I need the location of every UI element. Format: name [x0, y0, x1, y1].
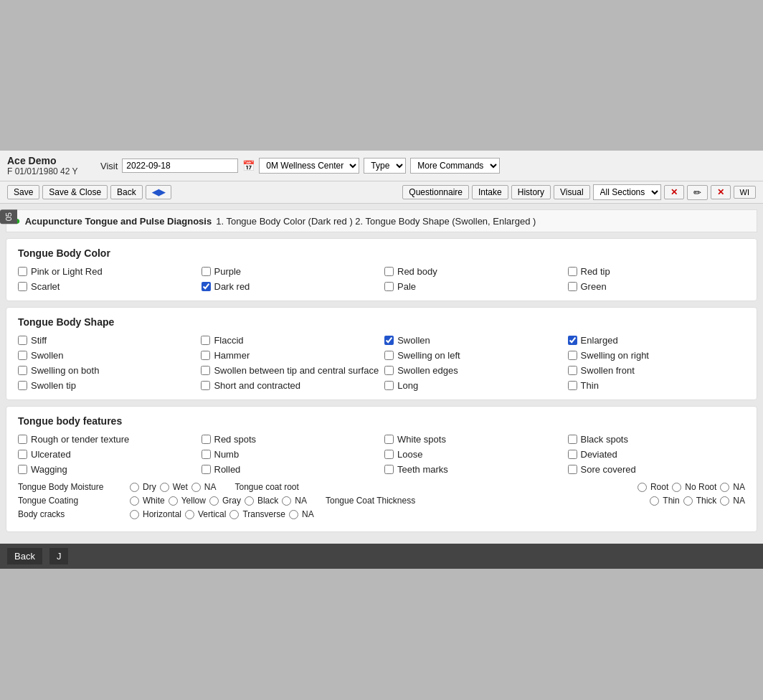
color-red-tip[interactable]: Red tip [568, 266, 746, 277]
cracks-na-radio[interactable] [289, 510, 298, 519]
feat-black-spots[interactable]: Black spots [568, 434, 746, 445]
shape-thin[interactable]: Thin [568, 380, 745, 391]
coat-root-root-radio[interactable] [638, 483, 647, 492]
all-sections-select[interactable]: All Sections [593, 184, 661, 200]
coat-root-na-radio[interactable] [720, 483, 729, 492]
feat-ulcerated-checkbox[interactable] [18, 450, 27, 459]
coating-gray-radio[interactable] [209, 496, 219, 506]
cracks-vertical-radio[interactable] [185, 510, 194, 519]
feat-deviated[interactable]: Deviated [568, 449, 746, 460]
feat-rolled[interactable]: Rolled [202, 464, 379, 475]
coat-root-noroot-radio[interactable] [672, 483, 681, 492]
shape-swollen-checkbox[interactable] [384, 336, 394, 345]
shape-long[interactable]: Long [384, 380, 561, 391]
coating-yellow-radio[interactable] [169, 496, 178, 506]
edit-button[interactable]: ✏ [687, 185, 708, 200]
shape-enlarged[interactable]: Enlarged [568, 335, 745, 346]
moisture-dry-radio[interactable] [130, 483, 139, 492]
shape-swelling-right-checkbox[interactable] [568, 351, 577, 360]
feat-rough-tender[interactable]: Rough or tender texture [18, 434, 196, 445]
feat-numb-checkbox[interactable] [202, 450, 211, 459]
bottom-j-button[interactable]: J [49, 548, 69, 564]
color-scarlet-checkbox[interactable] [18, 282, 27, 291]
shape-swelling-left[interactable]: Swelling on left [384, 350, 561, 361]
color-pink[interactable]: Pink or Light Red [18, 266, 196, 277]
feat-loose-checkbox[interactable] [384, 450, 394, 459]
coating-white-radio[interactable] [130, 496, 139, 506]
color-green-checkbox[interactable] [568, 282, 577, 291]
color-purple-checkbox[interactable] [202, 267, 211, 276]
feat-red-spots[interactable]: Red spots [202, 434, 379, 445]
shape-swollen2-checkbox[interactable] [18, 351, 27, 360]
bottom-back-button[interactable]: Back [7, 548, 42, 564]
side-tab[interactable]: 05 [0, 209, 17, 224]
shape-swelling-left-checkbox[interactable] [384, 351, 394, 360]
coating-na-radio[interactable] [282, 496, 291, 506]
intake-button[interactable]: Intake [472, 185, 508, 199]
more-commands-select[interactable]: More Commands [410, 158, 500, 174]
shape-swollen-between-checkbox[interactable] [201, 366, 210, 375]
shape-flaccid[interactable]: Flaccid [201, 335, 379, 346]
cracks-horizontal-radio[interactable] [130, 510, 139, 519]
feat-wagging[interactable]: Wagging [18, 464, 196, 475]
shape-hammer-checkbox[interactable] [201, 351, 210, 360]
shape-swollen2[interactable]: Swollen [18, 350, 195, 361]
clinic-select[interactable]: 0M Wellness Center [259, 158, 359, 174]
color-green[interactable]: Green [568, 281, 746, 292]
feat-sore-covered-checkbox[interactable] [568, 465, 577, 474]
shape-stiff[interactable]: Stiff [18, 335, 195, 346]
shape-short-contracted-checkbox[interactable] [201, 381, 210, 390]
feat-teeth-marks[interactable]: Teeth marks [384, 464, 562, 475]
save-close-button[interactable]: Save & Close [42, 185, 108, 199]
wi-button[interactable]: WI [734, 186, 756, 199]
history-button[interactable]: History [511, 185, 551, 199]
feat-white-spots-checkbox[interactable] [384, 435, 394, 444]
shape-swollen-tip[interactable]: Swollen tip [18, 380, 195, 391]
color-dark-red-checkbox[interactable] [202, 282, 211, 291]
nav-icon-button[interactable]: ◀▶ [146, 185, 171, 199]
shape-swollen-edges-checkbox[interactable] [384, 366, 394, 375]
shape-swollen-between[interactable]: Swollen between tip and central surface [201, 365, 379, 376]
color-red-tip-checkbox[interactable] [568, 267, 577, 276]
shape-stiff-checkbox[interactable] [18, 336, 27, 345]
coat-thickness-na-radio[interactable] [720, 496, 729, 506]
shape-enlarged-checkbox[interactable] [568, 336, 577, 345]
color-pale[interactable]: Pale [384, 281, 562, 292]
color-scarlet[interactable]: Scarlet [18, 281, 196, 292]
shape-short-contracted[interactable]: Short and contracted [201, 380, 379, 391]
shape-flaccid-checkbox[interactable] [201, 336, 210, 345]
feat-loose[interactable]: Loose [384, 449, 562, 460]
color-red-body[interactable]: Red body [384, 266, 562, 277]
color-dark-red[interactable]: Dark red [202, 281, 379, 292]
coat-thickness-thick-radio[interactable] [683, 496, 693, 506]
calendar-icon[interactable]: 📅 [242, 160, 255, 171]
shape-thin-checkbox[interactable] [568, 381, 577, 390]
color-red-body-checkbox[interactable] [384, 267, 394, 276]
type-select[interactable]: Type [364, 158, 406, 174]
feat-rough-tender-checkbox[interactable] [18, 435, 27, 444]
color-pink-checkbox[interactable] [18, 267, 27, 276]
cracks-transverse-radio[interactable] [229, 510, 239, 519]
feat-rolled-checkbox[interactable] [202, 465, 211, 474]
shape-swollen-front-checkbox[interactable] [568, 366, 577, 375]
visit-date-input[interactable] [122, 159, 238, 173]
visual-button[interactable]: Visual [554, 185, 589, 199]
feat-ulcerated[interactable]: Ulcerated [18, 449, 196, 460]
shape-swollen-edges[interactable]: Swollen edges [384, 365, 561, 376]
coating-black-radio[interactable] [245, 496, 254, 506]
shape-long-checkbox[interactable] [384, 381, 394, 390]
clear-button[interactable]: ✕ [664, 185, 684, 199]
feat-red-spots-checkbox[interactable] [202, 435, 211, 444]
moisture-wet-radio[interactable] [160, 483, 169, 492]
color-purple[interactable]: Purple [202, 266, 379, 277]
coat-thickness-thin-radio[interactable] [650, 496, 659, 506]
feat-white-spots[interactable]: White spots [384, 434, 562, 445]
feat-teeth-marks-checkbox[interactable] [384, 465, 394, 474]
shape-swollen-tip-checkbox[interactable] [18, 381, 27, 390]
shape-hammer[interactable]: Hammer [201, 350, 379, 361]
shape-swelling-both-checkbox[interactable] [18, 366, 27, 375]
color-pale-checkbox[interactable] [384, 282, 394, 291]
feat-deviated-checkbox[interactable] [568, 450, 577, 459]
shape-swelling-right[interactable]: Swelling on right [568, 350, 745, 361]
save-button[interactable]: Save [7, 185, 39, 199]
